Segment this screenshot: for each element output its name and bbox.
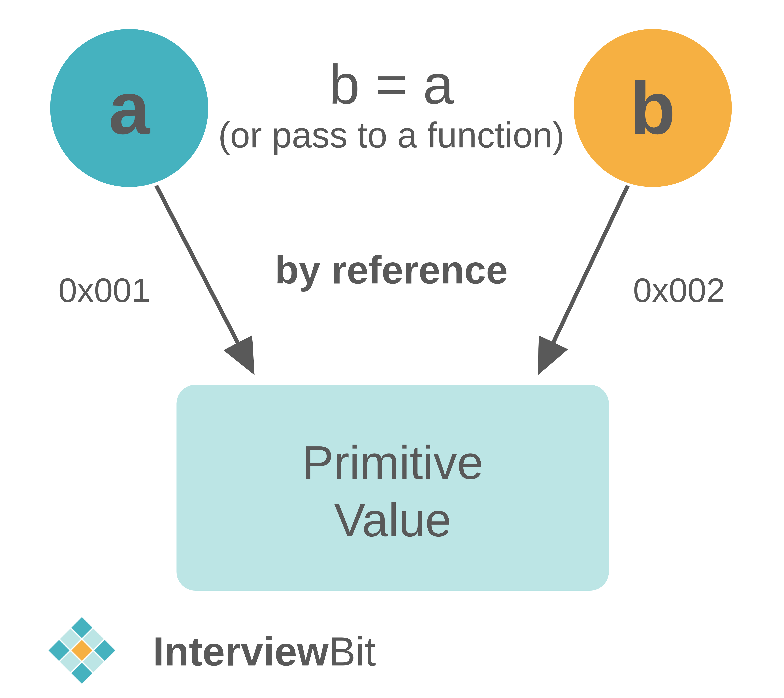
address-b: 0x002: [633, 272, 725, 309]
node-b: b: [574, 29, 732, 187]
node-a-label: a: [109, 66, 150, 150]
arrow-a-to-target: [156, 186, 251, 368]
brand-name: InterviewBit: [153, 629, 376, 674]
method-label: by reference: [275, 248, 508, 292]
brand-logo: InterviewBit: [48, 617, 376, 684]
target-line2: Value: [334, 494, 451, 546]
node-b-label: b: [630, 66, 675, 150]
diagram-canvas: a b b = a (or pass to a function) by ref…: [0, 0, 784, 698]
equation-sub: (or pass to a function): [218, 115, 564, 155]
arrow-b-to-target: [541, 186, 628, 368]
target-line1: Primitive: [302, 436, 483, 489]
target-box: Primitive Value: [177, 385, 609, 591]
node-a: a: [50, 29, 208, 187]
equation-main: b = a: [329, 53, 454, 115]
address-a: 0x001: [58, 272, 150, 309]
